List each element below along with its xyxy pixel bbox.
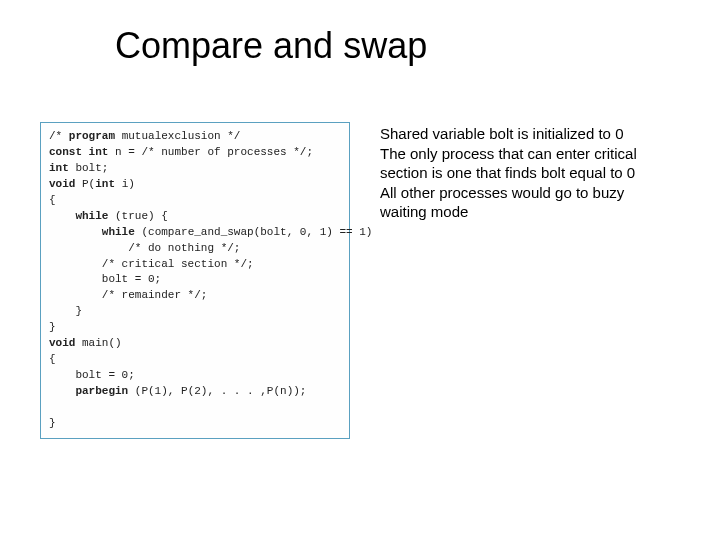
code-l6b: (true) { xyxy=(108,210,167,222)
code-l17b: (P(1), P(2), . . . ,P(n)); xyxy=(128,385,306,397)
code-l7b: (compare_and_swap(bolt, 0, 1) == 1) xyxy=(135,226,373,238)
slide: Compare and swap /* program mutualexclus… xyxy=(0,0,720,540)
code-l13: } xyxy=(49,321,56,333)
code-l7a: while xyxy=(49,226,135,238)
code-l10: bolt = 0; xyxy=(49,273,161,285)
code-l2b: n = /* number of processes */; xyxy=(108,146,313,158)
code-l2a: const int xyxy=(49,146,108,158)
code-l4d: i) xyxy=(115,178,135,190)
slide-title: Compare and swap xyxy=(115,25,680,67)
code-l5: { xyxy=(49,194,56,206)
code-listing: /* program mutualexclusion */ const int … xyxy=(40,122,350,439)
code-l4a: void xyxy=(49,178,75,190)
code-l9: /* critical section */; xyxy=(49,258,254,270)
code-l12: } xyxy=(49,305,82,317)
code-l8: /* do nothing */; xyxy=(49,242,240,254)
code-l16: bolt = 0; xyxy=(49,369,135,381)
desc-line-1: Shared variable bolt is initialized to 0 xyxy=(380,124,640,144)
code-l4b: P( xyxy=(75,178,95,190)
content-row: /* program mutualexclusion */ const int … xyxy=(40,122,680,439)
code-l14a: void xyxy=(49,337,75,349)
code-l3a: int xyxy=(49,162,69,174)
desc-line-3: All other processes would go to buzy wai… xyxy=(380,183,640,222)
code-l3b: bolt; xyxy=(69,162,109,174)
code-l11: /* remainder */; xyxy=(49,289,207,301)
code-l6a: while xyxy=(49,210,108,222)
code-l19: } xyxy=(49,417,56,429)
description: Shared variable bolt is initialized to 0… xyxy=(380,122,640,222)
code-l1a: /* xyxy=(49,130,69,142)
desc-line-2: The only process that can enter critical… xyxy=(380,144,640,183)
code-l1b: program xyxy=(69,130,115,142)
code-l1c: mutualexclusion */ xyxy=(115,130,240,142)
code-l17a: parbegin xyxy=(49,385,128,397)
code-l14b: main() xyxy=(75,337,121,349)
code-l15: { xyxy=(49,353,56,365)
code-l4c: int xyxy=(95,178,115,190)
